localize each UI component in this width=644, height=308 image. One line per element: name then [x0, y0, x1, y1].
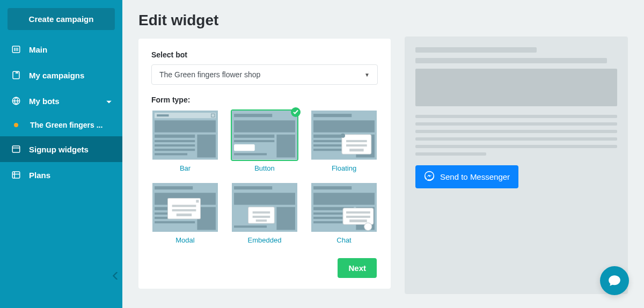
sidebar-item-campaigns[interactable]: My campaigns [0, 62, 122, 88]
svg-rect-23 [234, 153, 267, 155]
skeleton-line [415, 115, 617, 118]
svg-rect-53 [276, 207, 295, 230]
svg-rect-14 [155, 149, 195, 151]
svg-rect-25 [313, 114, 352, 117]
svg-rect-60 [313, 186, 352, 189]
bot-select[interactable]: The Green fingers flower shop ▼ [151, 64, 378, 85]
skeleton-line [415, 130, 617, 133]
svg-rect-57 [253, 216, 270, 218]
next-button[interactable]: Next [338, 258, 377, 278]
svg-rect-18 [234, 120, 295, 132]
svg-rect-10 [155, 135, 195, 138]
svg-rect-11 [197, 135, 216, 158]
sidebar-item-label: My campaigns [29, 71, 84, 80]
form-type-tile-floating[interactable]: Floating [310, 109, 378, 172]
svg-rect-61 [313, 193, 375, 204]
svg-point-71 [364, 223, 372, 230]
svg-rect-35 [346, 144, 367, 146]
select-bot-label: Select bot [151, 50, 378, 59]
svg-rect-68 [346, 211, 370, 213]
tile-label: Modal [151, 236, 219, 244]
left-column: Edit widget Select bot The Green fingers… [138, 12, 391, 296]
skeleton-line [415, 122, 617, 126]
sidebar-item-main[interactable]: Main [0, 36, 122, 62]
form-type-tile-modal[interactable]: Modal [151, 182, 219, 245]
sidebar-item-label: Plans [29, 171, 50, 180]
svg-rect-36 [349, 149, 363, 151]
collapse-sidebar-button[interactable] [113, 271, 119, 282]
skeleton-line [415, 58, 607, 63]
sidebar: Create campaign Main My campaigns My bot… [0, 0, 122, 308]
svg-rect-3 [12, 146, 20, 152]
sidebar-item-label: My bots [29, 97, 60, 106]
tile-label: Bar [151, 164, 219, 172]
campaigns-icon [11, 70, 21, 80]
svg-rect-48 [172, 209, 196, 211]
svg-rect-20 [276, 135, 295, 158]
form-type-tile-button[interactable]: Button [231, 109, 298, 172]
svg-rect-47 [172, 204, 196, 207]
tile-label: Button [231, 164, 298, 172]
svg-rect-49 [177, 213, 192, 216]
page-title: Edit widget [138, 12, 391, 29]
svg-rect-58 [256, 219, 267, 222]
svg-rect-9 [155, 120, 216, 132]
messenger-button-label: Send to Messenger [440, 172, 510, 181]
main-content: Edit widget Select bot The Green fingers… [122, 0, 644, 308]
edit-widget-card: Select bot The Green fingers flower shop… [138, 39, 391, 289]
sidebar-item-plans[interactable]: Plans [0, 162, 122, 188]
form-type-tile-bar[interactable]: Bar [151, 109, 219, 172]
create-campaign-button[interactable]: Create campaign [8, 8, 115, 30]
svg-rect-38 [155, 186, 193, 189]
svg-rect-21 [234, 140, 274, 142]
svg-rect-22 [234, 144, 255, 151]
sidebar-item-signup-widgets[interactable]: Signup widgets [0, 136, 122, 162]
svg-rect-4 [12, 172, 20, 178]
skeleton-line [415, 47, 537, 53]
svg-point-33 [341, 134, 345, 138]
skeleton-line [415, 137, 617, 141]
svg-rect-44 [155, 221, 195, 223]
tile-label: Floating [310, 164, 378, 172]
sidebar-subitem-bot[interactable]: The Green fingers ... [0, 114, 122, 136]
svg-rect-12 [155, 140, 195, 142]
sidebar-item-label: Signup widgets [29, 145, 89, 154]
sidebar-item-label: Main [29, 45, 47, 54]
send-to-messenger-button[interactable]: Send to Messenger [415, 165, 518, 188]
sidebar-item-bots[interactable]: My bots [0, 88, 122, 114]
sidebar-subitem-label: The Green fingers ... [30, 121, 103, 129]
svg-rect-46 [196, 200, 199, 202]
form-type-label: Form type: [151, 96, 378, 104]
sliders-icon [11, 44, 21, 55]
svg-rect-70 [349, 219, 367, 222]
preview-panel: Send to Messenger [405, 36, 628, 294]
tile-label: Chat [310, 236, 378, 244]
svg-rect-56 [253, 211, 270, 213]
tile-label: Embedded [231, 236, 298, 244]
svg-rect-52 [234, 193, 295, 204]
check-icon [291, 107, 301, 117]
sidebar-nav: Main My campaigns My bots The Green fing… [0, 36, 122, 188]
svg-rect-7 [157, 114, 169, 116]
help-chat-button[interactable] [600, 266, 629, 295]
form-type-grid: Bar [151, 109, 378, 244]
svg-rect-17 [234, 114, 272, 117]
dropdown-arrow-icon: ▼ [364, 72, 370, 78]
bot-select-value: The Green fingers flower shop [159, 70, 260, 79]
form-type-tile-chat[interactable]: Chat [310, 182, 378, 245]
form-type-tile-embedded[interactable]: Embedded [231, 182, 298, 245]
skeleton-hero [415, 69, 617, 106]
svg-rect-13 [155, 144, 195, 146]
messenger-icon [424, 171, 435, 183]
skeleton-line [415, 145, 617, 148]
caret-down-icon [106, 97, 112, 106]
svg-rect-19 [234, 135, 274, 138]
svg-rect-34 [346, 140, 367, 142]
chat-bubble-icon [608, 274, 621, 288]
svg-rect-15 [155, 153, 187, 155]
svg-rect-51 [234, 186, 272, 189]
skeleton-line [415, 152, 486, 156]
status-dot-icon [14, 123, 18, 127]
svg-rect-54 [234, 225, 267, 228]
svg-rect-26 [313, 120, 375, 132]
